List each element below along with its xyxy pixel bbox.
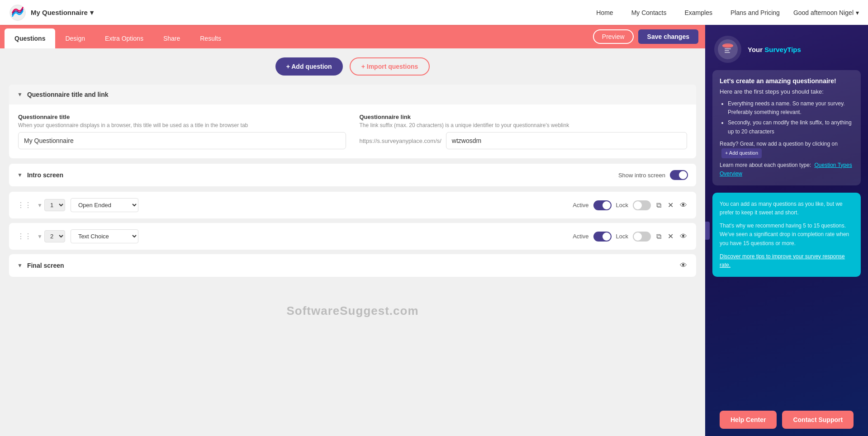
tip1-cta-badge: + Add question [721, 148, 762, 158]
sidebar-title-area: Your SurveyTips [748, 46, 801, 53]
right-sidebar: ‹ Your SurveyTips [705, 25, 868, 436]
tab-bar: Questions Design Extra Options Share Res… [0, 25, 705, 48]
nav-examples[interactable]: Examples [684, 9, 712, 16]
tip1-bullet1: Everything needs a name. So name your su… [728, 100, 854, 117]
tip1-bullet2: Secondly, you can modify the link suffix… [728, 118, 854, 136]
question-2-row: ⋮⋮ ▼ 2 Text Choice Active Lock ⧉ [9, 223, 696, 250]
save-button[interactable]: Save changes [638, 29, 698, 44]
action-buttons: + Add question + Import questions [9, 57, 696, 76]
title-chevron-icon: ▼ [17, 91, 23, 98]
tip-card-1: Let's create an amazing questionnaire! H… [712, 70, 861, 185]
tab-questions[interactable]: Questions [5, 28, 55, 48]
title-section-label: Questionnaire title and link [27, 91, 109, 98]
q2-duplicate-button[interactable]: ⧉ [655, 232, 662, 242]
help-center-button[interactable]: Help Center [720, 411, 777, 429]
contact-support-button[interactable]: Contact Support [782, 411, 854, 429]
q2-type-select[interactable]: Text Choice [71, 229, 138, 243]
q1-duplicate-button[interactable]: ⧉ [655, 200, 662, 210]
final-section-label: Final screen [27, 262, 64, 269]
brand-dropdown-icon: ▾ [90, 9, 94, 17]
tip1-body: Everything needs a name. So name your su… [720, 100, 854, 178]
q2-lock-label: Lock [616, 233, 628, 240]
topnav: My Questionnaire ▾ Home My Contacts Exam… [0, 0, 868, 25]
add-question-button[interactable]: + Add question [275, 57, 343, 76]
title-section-header[interactable]: ▼ Questionnaire title and link [9, 85, 696, 104]
nav-home[interactable]: Home [596, 9, 613, 16]
logo-icon [9, 4, 26, 21]
link-label: Questionnaire link [360, 114, 688, 120]
title-section-card: ▼ Questionnaire title and link Questionn… [9, 85, 696, 158]
final-section: ▼ Final screen 👁 [9, 254, 696, 277]
show-intro-label: Show intro screen [618, 172, 665, 179]
svg-rect-3 [722, 45, 733, 47]
sidebar-header: Your SurveyTips [705, 25, 868, 70]
intro-chevron-icon: ▼ [17, 172, 23, 178]
svg-rect-6 [725, 52, 730, 53]
page-content: + Add question + Import questions ▼ Ques… [0, 48, 705, 436]
watermark: SoftwareSuggest.com [9, 304, 696, 318]
tab-design[interactable]: Design [55, 28, 95, 48]
q1-expand-icon: ▼ [37, 202, 43, 209]
final-left: ▼ Final screen [17, 262, 64, 269]
brand-name[interactable]: My Questionnaire ▾ [31, 9, 94, 17]
svg-rect-4 [725, 48, 731, 49]
tip1-types-text: Learn more about each question type: [720, 162, 811, 168]
tip-card-2: You can add as many questions as you lik… [712, 193, 861, 277]
user-dropdown-icon: ▾ [856, 9, 859, 16]
link-hint: The link suffix (max. 20 characters) is … [360, 122, 688, 128]
q2-drag-handle[interactable]: ⋮⋮ [17, 232, 32, 241]
tab-extra-options[interactable]: Extra Options [95, 28, 153, 48]
final-chevron-icon: ▼ [17, 262, 23, 269]
tab-share[interactable]: Share [153, 28, 190, 48]
sidebar-collapse-button[interactable]: ‹ [705, 222, 710, 240]
question-1-row: ⋮⋮ ▼ 1 Open Ended Active Lock ⧉ [9, 192, 696, 218]
tip2-body: You can add as many questions as you lik… [720, 200, 854, 270]
q1-controls: Active Lock ⧉ ✕ 👁 [573, 200, 688, 210]
tip2-body1: You can add as many questions as you lik… [720, 200, 854, 217]
q1-visibility-button[interactable]: 👁 [679, 200, 688, 210]
tip2-body2: That's why we recommend having 5 to 15 q… [720, 222, 854, 248]
q2-number-select[interactable]: 2 [44, 230, 65, 242]
q1-lock-label: Lock [616, 202, 628, 209]
sidebar-footer: Help Center Contact Support [705, 403, 868, 436]
user-greeting: Good afternoon Nigel [793, 9, 854, 16]
nav-links: Home My Contacts Examples Plans and Pric… [596, 9, 780, 16]
q1-number-select[interactable]: 1 [44, 199, 65, 211]
title-label: Questionnaire title [18, 114, 346, 120]
tip2-link[interactable]: Discover more tips to improve your surve… [720, 253, 845, 268]
form-row: Questionnaire title When your questionna… [18, 114, 687, 149]
q2-active-label: Active [573, 233, 588, 240]
import-questions-button[interactable]: + Import questions [350, 57, 430, 76]
title-hint: When your questionnaire displays in a br… [18, 122, 346, 128]
main-layout: Questions Design Extra Options Share Res… [0, 25, 868, 436]
questionnaire-title-input[interactable] [18, 132, 346, 149]
link-prefix-text: https://s.surveyanyplace.com/s/ [360, 133, 446, 149]
q2-expand-icon: ▼ [37, 233, 43, 240]
user-menu[interactable]: Good afternoon Nigel ▾ [793, 9, 859, 16]
tab-results[interactable]: Results [190, 28, 231, 48]
tip1-cta-text: Ready? Great, now add a question by clic… [720, 141, 838, 147]
intro-toggle[interactable] [670, 170, 688, 180]
final-visibility-button[interactable]: 👁 [679, 261, 688, 270]
sidebar-title: Your SurveyTips [748, 46, 801, 53]
q1-drag-handle[interactable]: ⋮⋮ [17, 201, 32, 209]
q2-lock-toggle[interactable] [633, 232, 651, 242]
preview-button[interactable]: Preview [593, 29, 634, 44]
q1-type-select[interactable]: Open Ended [71, 198, 138, 212]
q1-active-toggle[interactable] [593, 200, 612, 210]
q1-delete-button[interactable]: ✕ [667, 200, 674, 210]
questionnaire-link-input[interactable] [446, 132, 687, 149]
q1-lock-toggle[interactable] [633, 200, 651, 210]
tip1-subheading: Here are the first steps you should take… [720, 88, 854, 95]
intro-toggle-area: Show intro screen [618, 170, 688, 180]
intro-section: ▼ Intro screen Show intro screen [9, 164, 696, 186]
title-form-group: Questionnaire title When your questionna… [18, 114, 346, 149]
intro-left: ▼ Intro screen [17, 171, 63, 179]
nav-contacts[interactable]: My Contacts [631, 9, 667, 16]
q2-active-toggle[interactable] [593, 232, 612, 242]
title-section-body: Questionnaire title When your questionna… [9, 104, 696, 158]
q2-visibility-button[interactable]: 👁 [679, 232, 688, 242]
q1-active-label: Active [573, 202, 588, 209]
q2-delete-button[interactable]: ✕ [667, 231, 674, 242]
nav-plans[interactable]: Plans and Pricing [730, 9, 780, 16]
